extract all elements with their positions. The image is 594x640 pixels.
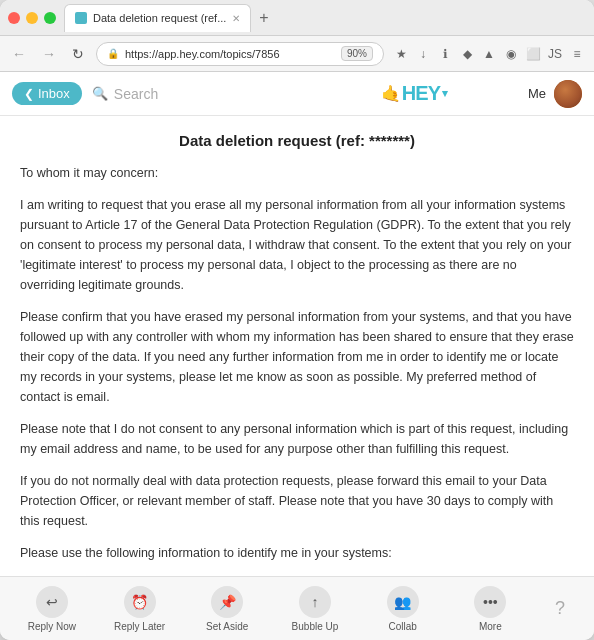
bubble-up-icon: ↑ (299, 586, 331, 618)
bubble-up-button[interactable]: ↑ Bubble Up (288, 586, 342, 632)
url-bar[interactable]: 🔒 https://app.hey.com/topics/7856 90% (96, 42, 384, 66)
search-bar[interactable]: 🔍 Search (92, 86, 300, 102)
me-label: Me (528, 86, 546, 101)
help-button[interactable]: ? (551, 594, 569, 623)
close-button[interactable] (8, 12, 20, 24)
email-content[interactable]: Data deletion request (ref: *******) To … (0, 116, 594, 576)
back-button[interactable]: ← (8, 44, 30, 64)
email-title: Data deletion request (ref: *******) (20, 132, 574, 149)
inbox-label: Inbox (38, 86, 70, 101)
tab-bar: Data deletion request (ref... ✕ + (64, 4, 586, 32)
refresh-button[interactable]: ↻ (68, 44, 88, 64)
more-button[interactable]: ••• More (463, 586, 517, 632)
download-icon[interactable]: ↓ (414, 45, 432, 63)
avatar[interactable] (554, 80, 582, 108)
address-bar: ← → ↻ 🔒 https://app.hey.com/topics/7856 … (0, 36, 594, 72)
extension-icon-4[interactable]: ⬜ (524, 45, 542, 63)
traffic-lights (8, 12, 56, 24)
collab-button[interactable]: 👥 Collab (376, 586, 430, 632)
reply-now-icon: ↩ (36, 586, 68, 618)
reply-now-label: Reply Now (28, 621, 76, 632)
email-paragraph-2: Please confirm that you have erased my p… (20, 307, 574, 407)
app-header: ❮ Inbox 🔍 Search 🤙 HEY ▾ Me (0, 72, 594, 116)
logo-chevron-icon: ▾ (442, 87, 447, 100)
bubble-up-label: Bubble Up (292, 621, 339, 632)
js-icon[interactable]: JS (546, 45, 564, 63)
search-icon: 🔍 (92, 86, 108, 101)
email-paragraph-4: If you do not normally deal with data pr… (20, 471, 574, 531)
hey-logo-text: HEY (402, 82, 440, 105)
bottom-toolbar: ↩ Reply Now ⏰ Reply Later 📌 Set Aside ↑ … (0, 576, 594, 640)
bookmark-icon[interactable]: ★ (392, 45, 410, 63)
reply-later-button[interactable]: ⏰ Reply Later (113, 586, 167, 632)
email-paragraph-5: Please use the following information to … (20, 543, 574, 563)
extension-icon-1[interactable]: ◆ (458, 45, 476, 63)
hey-waves-icon: 🤙 (381, 84, 400, 103)
reply-later-icon: ⏰ (124, 586, 156, 618)
email-paragraph-3: Please note that I do not consent to any… (20, 419, 574, 459)
extension-icon-3[interactable]: ◉ (502, 45, 520, 63)
collab-label: Collab (388, 621, 416, 632)
lock-icon: 🔒 (107, 48, 119, 59)
minimize-button[interactable] (26, 12, 38, 24)
hey-logo[interactable]: 🤙 HEY ▾ (310, 82, 518, 105)
more-label: More (479, 621, 502, 632)
extension-icon-2[interactable]: ▲ (480, 45, 498, 63)
avatar-image (554, 80, 582, 108)
inbox-chevron-icon: ❮ (24, 87, 34, 101)
active-tab[interactable]: Data deletion request (ref... ✕ (64, 4, 251, 32)
tab-title: Data deletion request (ref... (93, 12, 226, 24)
browser-window: Data deletion request (ref... ✕ + ← → ↻ … (0, 0, 594, 640)
email-greeting: To whom it may concern: (20, 163, 574, 183)
tab-close-icon[interactable]: ✕ (232, 13, 240, 24)
inbox-button[interactable]: ❮ Inbox (12, 82, 82, 105)
set-aside-label: Set Aside (206, 621, 248, 632)
zoom-badge: 90% (341, 46, 373, 61)
reply-later-label: Reply Later (114, 621, 165, 632)
more-icon: ••• (474, 586, 506, 618)
reply-now-button[interactable]: ↩ Reply Now (25, 586, 79, 632)
maximize-button[interactable] (44, 12, 56, 24)
browser-toolbar-icons: ★ ↓ ℹ ◆ ▲ ◉ ⬜ JS ≡ (392, 45, 586, 63)
menu-icon[interactable]: ≡ (568, 45, 586, 63)
email-body: To whom it may concern: I am writing to … (20, 163, 574, 576)
user-area: Me (528, 80, 582, 108)
url-text: https://app.hey.com/topics/7856 (125, 48, 335, 60)
email-paragraph-1: I am writing to request that you erase a… (20, 195, 574, 295)
title-bar: Data deletion request (ref... ✕ + (0, 0, 594, 36)
set-aside-button[interactable]: 📌 Set Aside (200, 586, 254, 632)
info-icon[interactable]: ℹ (436, 45, 454, 63)
forward-button[interactable]: → (38, 44, 60, 64)
set-aside-icon: 📌 (211, 586, 243, 618)
new-tab-button[interactable]: + (255, 9, 272, 27)
tab-favicon-icon (75, 12, 87, 24)
collab-icon: 👥 (387, 586, 419, 618)
search-placeholder-text: Search (114, 86, 158, 102)
